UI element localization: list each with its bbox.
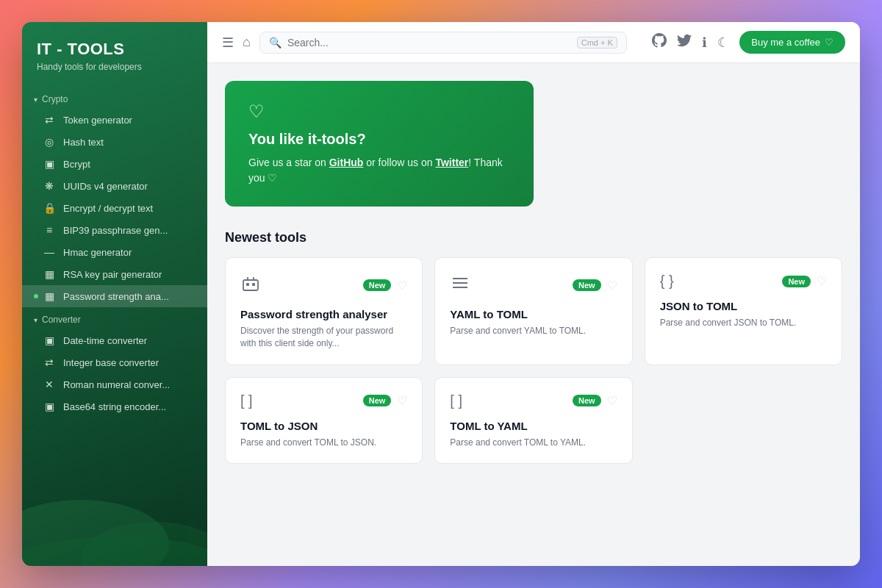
favorite-icon[interactable]: ♡ — [607, 394, 617, 408]
sidebar-wave — [22, 448, 207, 566]
buy-coffee-label: Buy me a coffee — [751, 37, 820, 48]
dark-mode-icon[interactable]: ☾ — [717, 35, 729, 51]
app-title: IT - TOOLS — [37, 40, 193, 59]
tool-card-toml-yaml[interactable]: [ ] New ♡ TOML to YAML Parse and convert… — [434, 377, 632, 465]
github-link[interactable]: GitHub — [329, 157, 364, 168]
nav-label: Hash text — [63, 137, 104, 148]
svg-rect-5 — [252, 283, 255, 286]
tools-grid-row1: New ♡ Password strength analyser Discove… — [225, 257, 842, 365]
promo-heart-icon: ♡ — [248, 101, 510, 122]
tool-card-header: [ ] New ♡ — [450, 392, 617, 409]
sidebar-item-password-strength[interactable]: ▦ Password strength ana... — [22, 285, 207, 307]
rsa-icon: ▦ — [43, 268, 56, 280]
tool-card-password-analyser[interactable]: New ♡ Password strength analyser Discove… — [225, 257, 423, 365]
tool-card-yaml-toml[interactable]: New ♡ YAML to TOML Parse and convert YAM… — [434, 257, 632, 365]
tools-grid-row2: [ ] New ♡ TOML to JSON Parse and convert… — [225, 377, 842, 465]
menu-icon[interactable]: ☰ — [222, 35, 234, 51]
tool-desc: Parse and convert JSON to TOML. — [660, 317, 827, 329]
tool-name: TOML to JSON — [240, 420, 407, 432]
tool-card-toml-json[interactable]: [ ] New ♡ TOML to JSON Parse and convert… — [225, 377, 423, 465]
tool-desc: Parse and convert YAML to TOML. — [450, 325, 617, 337]
main-area: ☰ ⌂ 🔍 Cmd + K ℹ ☾ Buy me a coffee ♡ — [207, 22, 860, 566]
active-dot — [34, 294, 38, 298]
content-area: ♡ You like it-tools? Give us a star on G… — [207, 63, 860, 566]
tool-card-json-toml[interactable]: { } New ♡ JSON to TOML Parse and convert… — [645, 257, 842, 365]
bcrypt-icon: ▣ — [43, 158, 56, 170]
nav-label: Integer base converter — [63, 357, 159, 368]
new-badge: New — [782, 276, 811, 287]
sidebar-item-token-generator[interactable]: ⇄ Token generator — [22, 109, 207, 131]
nav-label: Roman numeral conver... — [63, 379, 170, 390]
svg-rect-4 — [246, 283, 249, 286]
new-badge: New — [573, 395, 601, 406]
sidebar-item-uuids[interactable]: ❋ UUIDs v4 generator — [22, 175, 207, 197]
favorite-icon[interactable]: ♡ — [397, 279, 407, 293]
favorite-icon[interactable]: ♡ — [607, 279, 617, 293]
sidebar-item-hmac[interactable]: — Hmac generator — [22, 241, 207, 263]
info-icon[interactable]: ℹ — [702, 35, 707, 51]
integer-icon: ⇄ — [43, 356, 56, 368]
tool-name: YAML to TOML — [450, 308, 617, 320]
sidebar: IT - TOOLS Handy tools for developers ▾ … — [22, 22, 207, 566]
buy-coffee-button[interactable]: Buy me a coffee ♡ — [739, 31, 845, 54]
nav-label: RSA key pair generator — [63, 269, 162, 280]
tool-card-badges: New ♡ — [573, 279, 617, 293]
tool-card-badges: New ♡ — [363, 279, 408, 293]
twitter-icon[interactable] — [677, 33, 692, 51]
topbar: ☰ ⌂ 🔍 Cmd + K ℹ ☾ Buy me a coffee ♡ — [207, 22, 860, 63]
tool-card-header: [ ] New ♡ — [240, 392, 407, 409]
tool-desc: Discover the strength of your password w… — [240, 325, 407, 350]
bip39-icon: ≡ — [43, 224, 56, 236]
promo-title: You like it-tools? — [248, 131, 510, 148]
twitter-link[interactable]: Twitter — [435, 157, 468, 168]
sidebar-item-encrypt[interactable]: 🔒 Encrypt / decrypt text — [22, 197, 207, 219]
sidebar-section-converter[interactable]: ▾ Converter — [22, 307, 207, 329]
home-icon[interactable]: ⌂ — [243, 35, 251, 50]
tool-desc: Parse and convert TOML to YAML. — [450, 437, 617, 449]
sidebar-item-integer-base[interactable]: ⇄ Integer base converter — [22, 351, 207, 373]
tool-card-header: New ♡ — [450, 273, 617, 298]
nav-label: Bcrypt — [63, 159, 90, 170]
tool-icon-password — [240, 273, 261, 298]
chevron-icon: ▾ — [34, 96, 37, 104]
favorite-icon[interactable]: ♡ — [397, 394, 407, 408]
sidebar-item-rsa[interactable]: ▦ RSA key pair generator — [22, 263, 207, 285]
tool-name: TOML to YAML — [450, 420, 617, 432]
hmac-icon: — — [43, 246, 56, 258]
github-icon[interactable] — [652, 33, 667, 51]
search-bar[interactable]: 🔍 Cmd + K — [259, 32, 627, 54]
sidebar-item-datetime[interactable]: ▣ Date-time converter — [22, 329, 207, 351]
sidebar-item-bcrypt[interactable]: ▣ Bcrypt — [22, 153, 207, 175]
promo-text-before: Give us a star on — [248, 157, 329, 168]
promo-text-middle: or follow us on — [363, 157, 435, 168]
nav-label: Token generator — [63, 115, 132, 126]
sidebar-section-crypto[interactable]: ▾ Crypto — [22, 87, 207, 109]
sidebar-item-hash-text[interactable]: ◎ Hash text — [22, 131, 207, 153]
search-input[interactable] — [287, 37, 571, 49]
tool-icon-json: { } — [660, 273, 674, 290]
nav-label: UUIDs v4 generator — [63, 181, 148, 192]
app-container: IT - TOOLS Handy tools for developers ▾ … — [22, 22, 860, 566]
sidebar-item-roman[interactable]: ✕ Roman numeral conver... — [22, 373, 207, 395]
new-badge: New — [363, 395, 392, 406]
nav-label: BIP39 passphrase gen... — [63, 225, 168, 236]
search-shortcut: Cmd + K — [577, 37, 617, 49]
nav-label: Date-time converter — [63, 335, 147, 346]
topbar-actions: ℹ ☾ Buy me a coffee ♡ — [652, 31, 845, 54]
base64-icon: ▣ — [43, 401, 56, 412]
promo-card: ♡ You like it-tools? Give us a star on G… — [225, 81, 534, 207]
hash-icon: ◎ — [43, 136, 56, 148]
favorite-icon[interactable]: ♡ — [817, 274, 827, 288]
tool-icon-yaml — [450, 273, 470, 298]
sidebar-item-bip39[interactable]: ≡ BIP39 passphrase gen... — [22, 219, 207, 241]
search-icon: 🔍 — [269, 37, 282, 49]
sidebar-item-base64[interactable]: ▣ Base64 string encoder... — [22, 395, 207, 417]
lock-icon: 🔒 — [43, 202, 56, 214]
tool-name: Password strength analyser — [240, 308, 407, 320]
password-icon: ▦ — [43, 290, 56, 302]
nav-label: Encrypt / decrypt text — [63, 203, 153, 214]
tool-icon-toml-json: [ ] — [240, 392, 253, 409]
section-title: Newest tools — [225, 230, 842, 245]
tool-card-badges: New ♡ — [782, 274, 827, 288]
svg-rect-3 — [243, 280, 258, 290]
